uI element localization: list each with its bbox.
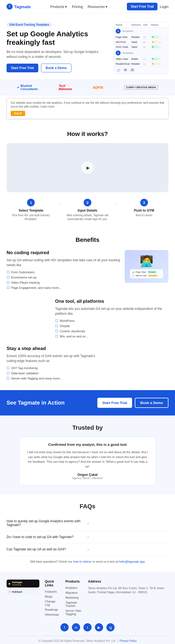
cta-trial-button[interactable]: Start Free Trial bbox=[97, 398, 132, 408]
feature-item: Data-layer validation bbox=[7, 371, 96, 375]
faq-question-2: Do I have to code to set-up GA with Tagm… bbox=[7, 535, 88, 539]
feature-item: Page Engagement, and many more... bbox=[7, 286, 120, 290]
logo-bluetick: ✔ BluetickConsultants bbox=[17, 84, 38, 91]
faq-item-3[interactable]: Can Tagmate set-up UA as well as GA4? › bbox=[7, 543, 168, 556]
chevron-right-icon: › bbox=[88, 547, 168, 551]
table-row: Form Track. SaaS — ● ··· bbox=[114, 44, 168, 49]
list-item[interactable]: Migration bbox=[65, 591, 81, 594]
step-3-number: 3 bbox=[140, 199, 148, 206]
chevron-right-icon: › bbox=[88, 535, 168, 539]
play-button[interactable] bbox=[81, 162, 94, 174]
arrow-2: → bbox=[113, 201, 118, 206]
logo-techmahindra: TechMahindra bbox=[59, 84, 72, 91]
step-1: 1 Select Template Pick from 40+ pre-buil… bbox=[7, 199, 56, 221]
feature-item: Server-side Tagging and many more... bbox=[7, 376, 96, 380]
cookie-text: Our website uses cookies for site analyt… bbox=[11, 101, 164, 109]
quick-links-title: Quick Links bbox=[45, 580, 59, 587]
chevron-down-icon: ▾ bbox=[65, 5, 67, 9]
trusted-title: Trusted by bbox=[7, 424, 168, 431]
hero-table: Name Industry Attr. Status 3 Templates P… bbox=[114, 22, 168, 74]
faq-question-3: Can Tagmate set-up UA as well as GA4? bbox=[7, 547, 88, 551]
logo[interactable]: T Tagmate bbox=[7, 4, 31, 10]
faq-email-link[interactable]: hello@tagmate.app bbox=[119, 560, 145, 563]
testimonial-body: I will not write long review for this to… bbox=[26, 450, 149, 469]
benefit-text-2: One tool, all platforms Tagmate lets you… bbox=[55, 299, 168, 338]
cta-buttons: Start Free Trial Book a Demo bbox=[97, 398, 168, 408]
hero-demo-button[interactable]: Book a Demo bbox=[41, 64, 71, 72]
list-item[interactable]: Roadmap bbox=[45, 608, 59, 611]
benefit-text-1: No coding required Set up GA without cod… bbox=[7, 250, 120, 291]
list-item[interactable]: Analytics bbox=[65, 586, 81, 589]
hero-buttons: Start Free Trial Book a Demo bbox=[7, 64, 108, 72]
logo-icon: T bbox=[7, 4, 13, 10]
hero-section: GA4 Event Tracking Templates Set up Goog… bbox=[0, 13, 175, 79]
template-count-row2: 2 Templates bbox=[114, 49, 168, 57]
nav-products[interactable]: Products ▾ bbox=[50, 5, 67, 9]
step-2: 2 Input Details After entering details, … bbox=[63, 199, 112, 221]
table-row: 404 Error SaaS — ● ··· bbox=[114, 40, 168, 44]
step-3: 3 Push to GTM And it's done! bbox=[119, 199, 168, 217]
faq-video-link[interactable]: how to videos bbox=[73, 560, 91, 563]
hubspot-badge[interactable]: H HubSpot bbox=[7, 589, 39, 595]
logo-adfix: ADFIX bbox=[93, 85, 103, 90]
footer: ▶ GetApps ★★★★★ H HubSpot Quick Links Fe… bbox=[0, 572, 175, 644]
privacy-policy-link[interactable]: Privacy Policy bbox=[119, 639, 136, 642]
how-it-works-section: How it works? 1 Select Template Pick fro… bbox=[0, 122, 175, 230]
logo-curry: CURRY CREATIVE MEDIA bbox=[124, 85, 158, 90]
faq-item-2[interactable]: Do I have to code to set-up GA with Tagm… bbox=[7, 531, 168, 543]
cta-demo-button[interactable]: Book a Demo bbox=[135, 398, 168, 408]
feature-item: WordPress bbox=[55, 319, 168, 323]
list-item[interactable]: Change Log bbox=[45, 600, 59, 606]
footer-products: Products Analytics Migration Marketing T… bbox=[65, 580, 81, 618]
list-item[interactable]: Hitnewsap bbox=[45, 613, 59, 616]
step-2-title: Input Details bbox=[63, 209, 112, 212]
nav-login-button[interactable]: Login bbox=[160, 5, 168, 9]
getapps-badge[interactable]: ▶ GetApps ★★★★★ bbox=[7, 580, 39, 587]
list-item[interactable]: Blogs bbox=[45, 595, 59, 598]
testimonial-heading: Confirmed from my analyst, this is a goo… bbox=[26, 443, 149, 447]
linkedin-icon[interactable]: in bbox=[72, 623, 80, 631]
table-row: Page View Retailer — ● ··· bbox=[114, 35, 168, 40]
benefit-1-image: 🧑‍💻 📊 Page View Retailer ··· 🛒 Add to Ca… bbox=[125, 250, 168, 283]
products-list: Analytics Migration Marketing Tagmate Tr… bbox=[65, 586, 81, 616]
faq-item-1[interactable]: How to quickly set-up Google Analytics e… bbox=[7, 515, 168, 531]
step-2-desc: After entering details, Tagmate will aut… bbox=[63, 213, 112, 221]
table-row: Reader/Scan Retailer — ● ··· bbox=[114, 61, 168, 66]
nav-pricing[interactable]: Pricing bbox=[72, 5, 83, 9]
arrow-1: → bbox=[57, 201, 62, 206]
chevron-right-icon: › bbox=[88, 521, 168, 525]
address-text: Tahvic Analytics Pvt Ltd, 4th floor Cort… bbox=[88, 586, 168, 594]
copyright-text: © Copyright 2022 All Rights Reserved. Ta… bbox=[38, 639, 116, 642]
instagram-icon[interactable]: ig bbox=[106, 623, 115, 631]
hero-trial-button[interactable]: Start Free Trial bbox=[7, 64, 38, 72]
app-badges: ▶ GetApps ★★★★★ H HubSpot bbox=[7, 580, 39, 595]
video-placeholder[interactable] bbox=[7, 143, 168, 192]
list-item[interactable]: Server Side Tagging bbox=[65, 609, 81, 616]
benefit-1-desc: Set up GA without coding with 40+ templa… bbox=[7, 258, 120, 268]
feature-item: Ecommerce set-up bbox=[7, 275, 120, 279]
benefit-text-3: Stay a step ahead Ensure 100% accuracy o… bbox=[7, 346, 96, 380]
cookie-accept-button[interactable]: Got it! bbox=[11, 111, 25, 116]
twitter-icon[interactable]: t bbox=[83, 623, 92, 631]
testimonial-card: Confirmed from my analyst, this is a goo… bbox=[19, 437, 156, 485]
youtube-icon[interactable]: ▶ bbox=[95, 623, 103, 631]
nav-links: Products ▾ Pricing Resources ▾ bbox=[50, 5, 107, 9]
feature-item: Video Player tracking bbox=[7, 281, 120, 284]
trusted-section: Trusted by Confirmed from my analyst, th… bbox=[0, 416, 175, 494]
benefit-3-features: 24/7 Tag monitoring Data-layer validatio… bbox=[7, 366, 96, 380]
list-item[interactable]: Tagmate Tracker bbox=[65, 601, 81, 607]
products-title: Products bbox=[65, 580, 81, 583]
benefit-2-title: One tool, all platforms bbox=[55, 299, 168, 304]
hero-title: Set up Google Analytics freakingly fast bbox=[7, 30, 108, 47]
footer-quick-links: Quick Links Features Blogs Change Log Ro… bbox=[45, 580, 59, 618]
benefit-stay-ahead: Stay a step ahead Ensure 100% accuracy o… bbox=[7, 346, 168, 380]
footer-address-col: Address Tahvic Analytics Pvt Ltd, 4th fl… bbox=[88, 580, 168, 618]
facebook-icon[interactable]: f bbox=[60, 623, 69, 631]
logo-text: Tagmate bbox=[14, 4, 31, 9]
nav-trial-button[interactable]: Start Free Trial bbox=[127, 3, 158, 10]
list-item[interactable]: Marketing bbox=[65, 596, 81, 599]
list-item[interactable]: Features bbox=[45, 590, 59, 593]
hero-badge: GA4 Event Tracking Templates bbox=[7, 22, 52, 27]
nav-resources[interactable]: Resources ▾ bbox=[88, 5, 107, 9]
cta-title: See Tagmate in Action bbox=[7, 400, 65, 406]
